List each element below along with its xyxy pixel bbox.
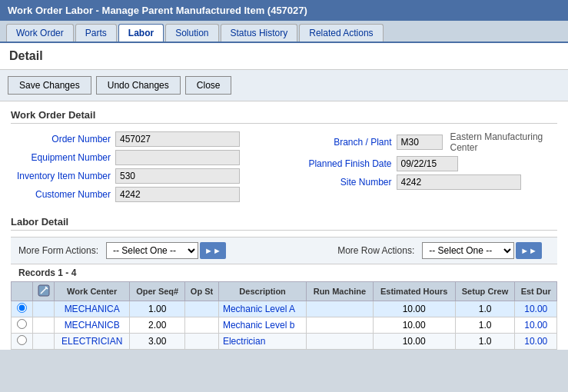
customer-number-row: Customer Number (11, 185, 277, 204)
form-col-left: Order Number Equipment Number Inventory … (11, 130, 277, 204)
work-order-form-grid: Order Number Equipment Number Inventory … (11, 130, 557, 204)
planned-finish-date-input[interactable] (397, 156, 458, 171)
row-description: Mechanic Level A (218, 301, 306, 317)
form-actions-select-wrapper: -- Select One -- ►► (106, 242, 226, 259)
form-actions-select[interactable]: -- Select One -- (106, 242, 198, 259)
close-button[interactable]: Close (185, 76, 232, 95)
row-radio-cell[interactable] (12, 317, 33, 334)
labor-table: Work Center Oper Seq# Op St Description … (11, 281, 557, 350)
row-setup-crew: 1.0 (455, 317, 515, 334)
order-number-row: Order Number (11, 130, 277, 148)
planned-finish-date-row: Planned Finish Date (292, 154, 558, 173)
order-number-input[interactable] (115, 131, 240, 147)
tab-related-actions[interactable]: Related Actions (299, 24, 383, 42)
th-op-st: Op St (185, 282, 219, 301)
records-label: Records 1 - 4 (11, 264, 557, 281)
equipment-number-row: Equipment Number (11, 148, 277, 167)
work-order-detail-section: Work Order Detail Order Number Equipment… (0, 101, 568, 211)
order-number-label: Order Number (11, 134, 111, 145)
row-oper-seq: 3.00 (130, 334, 185, 350)
th-oper-seq: Oper Seq# (130, 282, 185, 301)
row-est-dur: 10.00 (515, 334, 557, 350)
tab-status-history[interactable]: Status History (221, 24, 298, 42)
row-estimated-hours: 10.00 (373, 317, 455, 334)
row-description: Mechanic Level b (218, 317, 306, 334)
row-est-dur: 10.00 (515, 301, 557, 317)
row-radio[interactable] (17, 319, 27, 329)
site-number-label: Site Number (292, 177, 392, 188)
undo-changes-button[interactable]: Undo Changes (96, 76, 181, 95)
row-actions-select[interactable]: -- Select One -- (422, 242, 514, 259)
row-op-st (185, 301, 219, 317)
labor-detail-title: Labor Detail (11, 216, 557, 231)
content-area: Detail Save Changes Undo Changes Close W… (0, 43, 568, 350)
equipment-number-label: Equipment Number (11, 152, 111, 163)
row-radio[interactable] (17, 335, 27, 345)
row-icon-cell (33, 334, 55, 350)
row-work-center: MECHANICA (55, 301, 130, 317)
edit-icon (38, 284, 50, 297)
row-oper-seq: 2.00 (130, 317, 185, 334)
row-work-center: ELECTRICIAN (55, 334, 130, 350)
row-run-machine (307, 317, 373, 334)
row-radio-cell[interactable] (12, 334, 33, 350)
row-estimated-hours: 10.00 (373, 301, 455, 317)
branch-plant-input[interactable] (397, 135, 443, 150)
more-row-actions-label: More Row Actions: (337, 245, 414, 256)
labor-detail-section: Labor Detail More Form Actions: -- Selec… (0, 211, 568, 350)
row-run-machine (307, 301, 373, 317)
th-description: Description (218, 282, 306, 301)
page-title: Work Order Labor - Manage Parent Manufac… (0, 0, 568, 21)
th-setup-crew: Setup Crew (455, 282, 515, 301)
customer-number-input[interactable] (115, 187, 240, 202)
row-actions-go-button[interactable]: ►► (516, 242, 542, 259)
row-op-st (185, 334, 219, 350)
actions-bar: More Form Actions: -- Select One -- ►► M… (11, 237, 557, 264)
th-icon (33, 282, 55, 301)
th-work-center: Work Center (55, 282, 130, 301)
page-wrapper: Work Order Labor - Manage Parent Manufac… (0, 0, 568, 350)
inventory-item-label: Inventory Item Number (11, 171, 111, 181)
row-work-center: MECHANICB (55, 317, 130, 334)
row-est-dur: 10.00 (515, 317, 557, 334)
equipment-number-input[interactable] (115, 150, 240, 165)
row-radio-cell[interactable] (12, 301, 33, 317)
tab-work-order[interactable]: Work Order (6, 24, 74, 42)
th-est-dur: Est Dur (515, 282, 557, 301)
tab-parts[interactable]: Parts (75, 24, 117, 42)
row-actions-select-wrapper: -- Select One -- ►► (422, 242, 542, 259)
form-actions-go-button[interactable]: ►► (200, 242, 226, 259)
planned-finish-date-label: Planned Finish Date (292, 158, 392, 169)
site-number-input[interactable] (397, 174, 521, 190)
row-run-machine (307, 334, 373, 350)
th-estimated-hours: Estimated Hours (373, 282, 455, 301)
save-changes-button[interactable]: Save Changes (8, 76, 91, 95)
table-row: MECHANICA 1.00 Mechanic Level A 10.00 1.… (12, 301, 557, 317)
th-radio (12, 282, 33, 301)
tab-labor[interactable]: Labor (118, 24, 164, 42)
toolbar: Save Changes Undo Changes Close (0, 69, 568, 101)
row-icon-cell (33, 301, 55, 317)
row-op-st (185, 317, 219, 334)
branch-plant-row: Branch / Plant Eastern Manufacturing Cen… (292, 130, 558, 154)
customer-number-label: Customer Number (11, 189, 111, 200)
branch-plant-text: Eastern Manufacturing Center (447, 131, 558, 153)
row-estimated-hours: 10.00 (373, 334, 455, 350)
tab-solution[interactable]: Solution (165, 24, 218, 42)
row-radio[interactable] (17, 303, 27, 313)
inventory-item-row: Inventory Item Number (11, 167, 277, 185)
th-run-machine: Run Machine (307, 282, 373, 301)
table-row: ELECTRICIAN 3.00 Electrician 10.00 1.0 1… (12, 334, 557, 350)
row-icon-cell (33, 317, 55, 334)
form-col-right: Branch / Plant Eastern Manufacturing Cen… (292, 130, 558, 204)
row-setup-crew: 1.0 (455, 301, 515, 317)
row-setup-crew: 1.0 (455, 334, 515, 350)
nav-tabs: Work Order Parts Labor Solution Status H… (0, 21, 568, 43)
site-number-row: Site Number (292, 173, 558, 191)
branch-plant-label: Branch / Plant (292, 137, 392, 148)
inventory-item-input[interactable] (115, 168, 240, 184)
row-description: Electrician (218, 334, 306, 350)
table-row: MECHANICB 2.00 Mechanic Level b 10.00 1.… (12, 317, 557, 334)
work-order-detail-title: Work Order Detail (11, 109, 557, 124)
more-form-actions-label: More Form Actions: (18, 245, 98, 256)
